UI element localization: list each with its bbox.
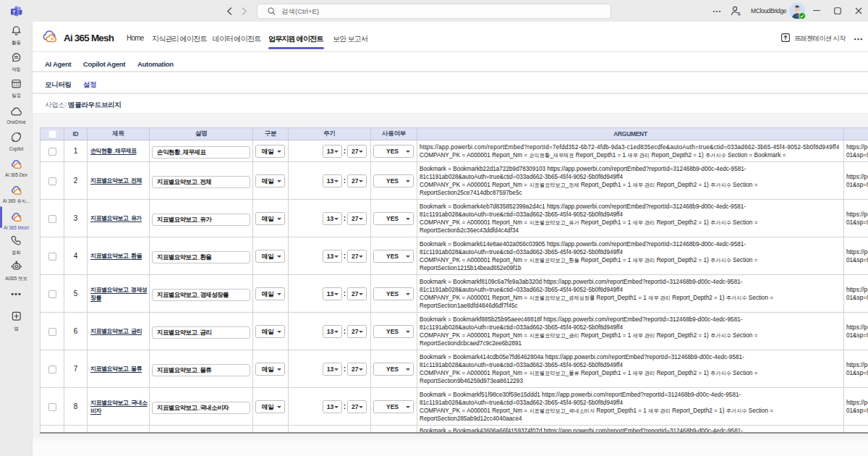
svg-text:Ai: Ai <box>51 37 54 41</box>
